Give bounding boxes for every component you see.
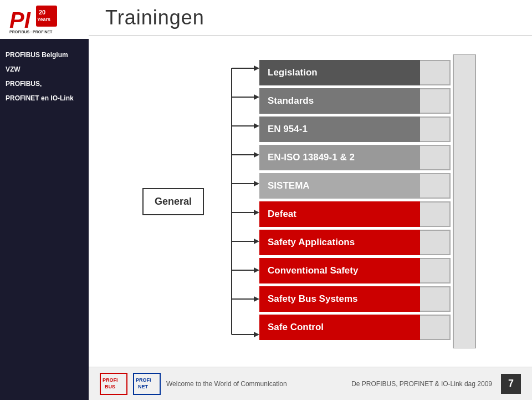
bracket-sistema (420, 173, 451, 199)
row-safety-applications: Safety Applications (259, 230, 451, 255)
label-safety-bus[interactable]: Safety Bus Systems (259, 286, 420, 312)
row-legislation: Legislation (259, 60, 451, 85)
sidebar-item-1[interactable]: VZW (6, 64, 83, 74)
bracket-conventional-safety (420, 258, 451, 283)
svg-text:NET: NET (138, 384, 149, 389)
svg-marker-20 (254, 181, 259, 186)
row-defeat: Defeat (259, 201, 451, 227)
svg-marker-22 (254, 239, 259, 244)
row-standards: Standards (259, 88, 451, 114)
sidebar-item-2[interactable]: PROFIBUS, (6, 79, 83, 89)
svg-text:BUS: BUS (105, 384, 115, 389)
connector-svg (204, 54, 259, 348)
bracket-defeat (420, 201, 451, 227)
svg-text:PI: PI (9, 8, 31, 32)
bracket-safety-bus (420, 286, 451, 312)
svg-marker-18 (254, 123, 259, 129)
bracket-safety-applications (420, 230, 451, 255)
footer-page-number: 7 (501, 374, 521, 394)
row-en954: EN 954-1 (259, 117, 451, 142)
bracket-en954 (420, 117, 451, 142)
label-safety-applications[interactable]: Safety Applications (259, 230, 420, 255)
svg-rect-26 (453, 54, 475, 348)
svg-text:20: 20 (39, 9, 45, 16)
right-bracket-svg (451, 54, 478, 348)
row-safe-control: Safe Control (259, 315, 451, 340)
bracket-eniso (420, 145, 451, 170)
svg-marker-19 (254, 152, 259, 158)
svg-marker-16 (254, 65, 259, 71)
svg-marker-23 (254, 267, 259, 273)
footer-left: PROFI BUS PROFI NET Welcome to the World… (100, 373, 287, 395)
footer-logo-profinet: PROFI NET (133, 373, 161, 395)
label-standards[interactable]: Standards (259, 88, 420, 114)
footer-left-text: Welcome to the World of Communication (166, 380, 287, 388)
label-legislation[interactable]: Legislation (259, 60, 420, 85)
bracket-legislation (420, 60, 451, 85)
sidebar-item-0[interactable]: PROFIBUS Belgium (6, 50, 83, 60)
row-conventional-safety: Conventional Safety (259, 258, 451, 283)
bracket-safe-control (420, 315, 451, 340)
footer-right-text: De PROFIBUS, PROFINET & IO-Link dag 2009 (351, 380, 492, 388)
label-safe-control[interactable]: Safe Control (259, 315, 420, 340)
general-box: General (142, 188, 204, 215)
svg-text:Years: Years (37, 17, 50, 22)
svg-text:PROFI: PROFI (103, 377, 118, 383)
svg-marker-25 (254, 332, 259, 337)
footer: PROFI BUS PROFI NET Welcome to the World… (89, 367, 532, 400)
content-area: General (89, 36, 532, 367)
row-safety-bus: Safety Bus Systems (259, 286, 451, 312)
rows-container: Legislation Standards EN 954-1 (259, 60, 451, 343)
label-en954[interactable]: EN 954-1 (259, 117, 420, 142)
logo-area: PI 20 Years PROFIBUS · PROFINET (0, 0, 89, 39)
page-header: Trainingen (89, 0, 532, 36)
training-diagram: General (142, 54, 478, 348)
svg-text:PROFI: PROFI (136, 377, 151, 383)
pi-logo: PI 20 Years PROFIBUS · PROFINET (8, 4, 80, 35)
main-content: Trainingen General (89, 0, 532, 400)
row-sistema: SISTEMA (259, 173, 451, 199)
sidebar-item-3[interactable]: PROFINET en IO-Link (6, 93, 83, 103)
label-conventional-safety[interactable]: Conventional Safety (259, 258, 420, 283)
svg-marker-24 (254, 296, 259, 302)
label-eniso[interactable]: EN-ISO 13849-1 & 2 (259, 145, 420, 170)
svg-marker-21 (254, 210, 259, 215)
logo-box: PI 20 Years PROFIBUS · PROFINET (8, 4, 80, 35)
row-eniso: EN-ISO 13849-1 & 2 (259, 145, 451, 170)
footer-logo-profibus: PROFI BUS (100, 373, 127, 395)
svg-marker-17 (254, 94, 259, 100)
general-label: General (155, 196, 192, 207)
label-defeat[interactable]: Defeat (259, 201, 420, 227)
svg-text:PROFIBUS · PROFINET: PROFIBUS · PROFINET (9, 30, 53, 34)
page-title: Trainingen (105, 6, 204, 29)
sidebar-nav: PROFIBUS Belgium VZW PROFIBUS, PROFINET … (0, 39, 89, 114)
sidebar: PI 20 Years PROFIBUS · PROFINET PROFIBUS… (0, 0, 89, 400)
label-sistema[interactable]: SISTEMA (259, 173, 420, 199)
bracket-standards (420, 88, 451, 114)
